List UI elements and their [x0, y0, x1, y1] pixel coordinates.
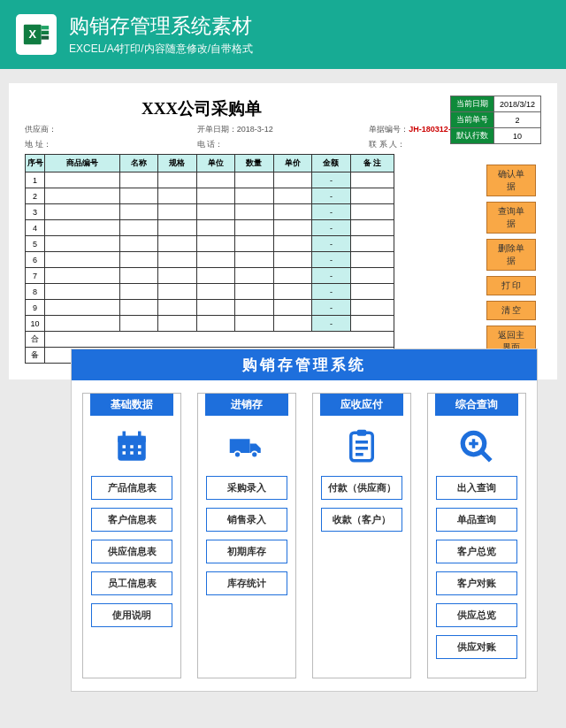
cell[interactable] — [196, 172, 235, 188]
cell[interactable] — [273, 252, 312, 268]
cell[interactable] — [350, 188, 394, 204]
cell[interactable] — [119, 252, 158, 268]
cell[interactable] — [273, 220, 312, 236]
cell[interactable] — [45, 236, 120, 252]
cell[interactable] — [119, 188, 158, 204]
cell[interactable] — [119, 268, 158, 284]
menu-item[interactable]: 付款（供应商） — [321, 476, 402, 500]
cell[interactable] — [196, 268, 235, 284]
cell[interactable] — [350, 220, 394, 236]
cell[interactable] — [235, 220, 274, 236]
cell[interactable] — [273, 268, 312, 284]
cell[interactable]: - — [312, 220, 351, 236]
cell[interactable] — [45, 268, 120, 284]
menu-item[interactable]: 客户总览 — [436, 540, 517, 563]
cell[interactable]: - — [312, 204, 351, 220]
menu-item[interactable]: 供应信息表 — [91, 540, 172, 563]
cell[interactable] — [45, 252, 120, 268]
cell[interactable] — [350, 236, 394, 252]
cell[interactable] — [119, 204, 158, 220]
cell[interactable] — [235, 300, 274, 316]
cell[interactable] — [350, 268, 394, 284]
menu-item[interactable]: 单品查询 — [436, 508, 517, 532]
menu-item[interactable]: 采购录入 — [206, 476, 287, 500]
cell[interactable]: - — [312, 300, 351, 316]
cell[interactable] — [273, 300, 312, 316]
cell[interactable] — [158, 220, 197, 236]
cell[interactable] — [119, 300, 158, 316]
cell[interactable] — [119, 284, 158, 300]
cell[interactable] — [273, 204, 312, 220]
menu-item[interactable]: 使用说明 — [91, 603, 172, 627]
cell[interactable]: - — [312, 284, 351, 300]
cell[interactable] — [119, 316, 158, 332]
cell[interactable]: - — [312, 252, 351, 268]
cell[interactable] — [235, 188, 274, 204]
cell[interactable] — [235, 236, 274, 252]
action-button[interactable]: 打 印 — [486, 276, 536, 295]
cell[interactable] — [45, 204, 120, 220]
cell[interactable] — [119, 220, 158, 236]
cell[interactable] — [45, 172, 120, 188]
cell[interactable] — [158, 204, 197, 220]
cell[interactable] — [273, 172, 312, 188]
cell[interactable] — [350, 300, 394, 316]
action-button[interactable]: 确认单据 — [486, 165, 536, 196]
cell[interactable] — [235, 252, 274, 268]
cell[interactable] — [158, 300, 197, 316]
cell[interactable]: - — [312, 188, 351, 204]
cell[interactable] — [119, 236, 158, 252]
cell[interactable] — [273, 188, 312, 204]
cell[interactable] — [196, 300, 235, 316]
cell[interactable] — [196, 204, 235, 220]
cell[interactable] — [196, 284, 235, 300]
cell[interactable] — [350, 284, 394, 300]
cell[interactable] — [273, 284, 312, 300]
cell[interactable] — [350, 316, 394, 332]
menu-item[interactable]: 产品信息表 — [91, 476, 172, 500]
menu-item[interactable]: 初期库存 — [206, 540, 287, 563]
cell[interactable] — [158, 252, 197, 268]
menu-item[interactable]: 销售录入 — [206, 508, 287, 532]
action-button[interactable]: 查询单据 — [486, 202, 536, 234]
menu-item[interactable]: 收款（客户） — [321, 508, 402, 532]
cell[interactable] — [45, 300, 120, 316]
cell[interactable] — [45, 284, 120, 300]
menu-item[interactable]: 出入查询 — [436, 476, 517, 500]
menu-item[interactable]: 员工信息表 — [91, 571, 172, 595]
cell[interactable] — [273, 316, 312, 332]
cell[interactable]: - — [312, 268, 351, 284]
cell[interactable] — [350, 252, 394, 268]
cell[interactable] — [158, 284, 197, 300]
cell[interactable]: - — [312, 316, 351, 332]
cell[interactable] — [350, 204, 394, 220]
cell[interactable] — [273, 236, 312, 252]
cell[interactable] — [235, 268, 274, 284]
cell[interactable] — [350, 172, 394, 188]
menu-item[interactable]: 供应对账 — [436, 635, 517, 659]
menu-item[interactable]: 库存统计 — [206, 571, 287, 595]
cell[interactable] — [158, 236, 197, 252]
cell[interactable] — [45, 188, 120, 204]
cell[interactable] — [235, 284, 274, 300]
cell[interactable] — [45, 220, 120, 236]
cell[interactable] — [196, 188, 235, 204]
action-button[interactable]: 清 空 — [486, 301, 536, 320]
cell[interactable] — [196, 220, 235, 236]
cell[interactable] — [158, 188, 197, 204]
action-button[interactable]: 删除单据 — [486, 239, 536, 271]
cell[interactable] — [235, 204, 274, 220]
cell[interactable] — [235, 172, 274, 188]
cell[interactable] — [196, 252, 235, 268]
cell[interactable] — [158, 172, 197, 188]
cell[interactable] — [235, 316, 274, 332]
menu-item[interactable]: 客户对账 — [436, 571, 517, 595]
cell[interactable] — [158, 268, 197, 284]
cell[interactable] — [45, 316, 120, 332]
menu-item[interactable]: 供应总览 — [436, 603, 517, 627]
cell[interactable] — [196, 316, 235, 332]
cell[interactable] — [196, 236, 235, 252]
cell[interactable]: - — [312, 236, 351, 252]
menu-item[interactable]: 客户信息表 — [91, 508, 172, 532]
cell[interactable] — [119, 172, 158, 188]
